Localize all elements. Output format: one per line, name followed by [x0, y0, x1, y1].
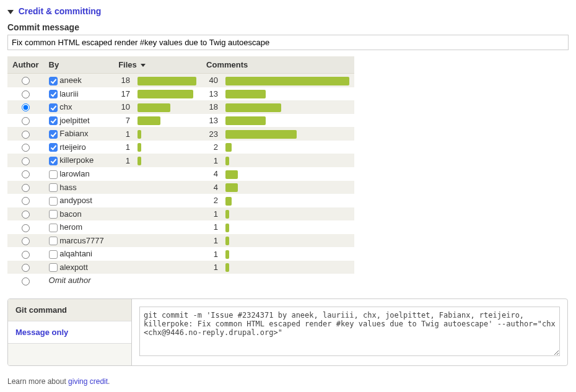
comments-bar — [225, 143, 232, 152]
comments-count: 13 — [201, 114, 220, 128]
comments-bar — [225, 170, 238, 179]
header-by: By — [44, 56, 114, 74]
git-command-panel: Git command Message only — [7, 298, 568, 366]
contributors-table: Author By Files Comments aneek1840 lauri… — [7, 56, 354, 287]
comments-count: 4 — [201, 181, 220, 194]
comments-count: 40 — [201, 74, 220, 87]
files-count: 1 — [113, 127, 133, 141]
comments-bar — [225, 183, 238, 192]
credit-checkbox[interactable] — [49, 116, 58, 125]
author-radio[interactable] — [22, 197, 30, 205]
comments-count: 2 — [201, 194, 220, 207]
tab-message-only[interactable]: Message only — [8, 321, 131, 344]
git-command-header: Git command — [8, 299, 131, 321]
credit-checkbox[interactable] — [49, 263, 58, 272]
commit-message-input[interactable] — [7, 35, 569, 50]
author-radio-omit[interactable] — [22, 277, 30, 285]
credit-checkbox[interactable] — [49, 77, 58, 85]
files-count: 17 — [113, 87, 133, 101]
table-row: alexpott1 — [7, 261, 354, 274]
comments-count: 1 — [201, 154, 220, 167]
author-radio[interactable] — [22, 251, 30, 259]
author-radio[interactable] — [22, 131, 30, 139]
credit-checkbox[interactable] — [49, 210, 58, 219]
contributor-name: aneek — [58, 76, 82, 85]
credit-checkbox[interactable] — [49, 250, 58, 259]
files-count — [113, 247, 133, 261]
files-bar — [137, 157, 141, 165]
files-count: 18 — [113, 74, 133, 87]
files-count — [113, 234, 133, 248]
sort-desc-icon — [141, 64, 146, 67]
table-row: andypost2 — [7, 194, 354, 207]
header-files[interactable]: Files — [113, 56, 201, 74]
omit-author-label: Omit author — [44, 274, 354, 287]
contributor-name: andypost — [58, 196, 92, 205]
comments-count: 1 — [201, 220, 220, 234]
chevron-down-icon — [7, 10, 14, 14]
credit-checkbox[interactable] — [49, 130, 58, 139]
author-radio[interactable] — [22, 237, 30, 245]
credit-checkbox[interactable] — [49, 143, 58, 152]
table-row: Fabianx123 — [7, 127, 354, 141]
contributor-name: herom — [58, 222, 82, 232]
author-radio[interactable] — [22, 184, 30, 192]
files-bar — [137, 90, 193, 98]
author-radio[interactable] — [22, 264, 30, 272]
credit-checkbox[interactable] — [49, 237, 58, 245]
contributor-name: chx — [58, 102, 72, 111]
comments-bar — [225, 90, 266, 98]
comments-bar — [225, 77, 349, 85]
table-row: marcus77771 — [7, 234, 354, 248]
contributor-name: alqahtani — [58, 249, 92, 258]
author-radio[interactable] — [22, 90, 30, 98]
table-row: lauriii1713 — [7, 87, 354, 101]
comments-count: 4 — [201, 167, 220, 181]
author-radio[interactable] — [22, 170, 30, 178]
comments-count: 1 — [201, 261, 220, 274]
table-row: herom1 — [7, 220, 354, 234]
header-author: Author — [7, 56, 44, 74]
author-radio[interactable] — [22, 211, 30, 219]
table-row: larowlan4 — [7, 167, 354, 181]
credit-checkbox[interactable] — [49, 224, 58, 232]
files-count — [113, 220, 133, 234]
section-title-link[interactable]: Credit & committing — [19, 6, 102, 16]
files-bar — [137, 130, 141, 139]
credit-checkbox[interactable] — [49, 90, 58, 98]
author-radio[interactable] — [22, 117, 30, 125]
comments-count: 13 — [201, 87, 220, 101]
author-radio[interactable] — [22, 157, 30, 165]
table-row: joelpittet713 — [7, 114, 354, 128]
author-radio[interactable] — [22, 144, 30, 152]
files-bar — [137, 77, 196, 85]
comments-bar — [225, 250, 229, 259]
credit-checkbox[interactable] — [49, 157, 58, 165]
table-row: hass4 — [7, 181, 354, 194]
contributor-name: joelpittet — [58, 116, 90, 125]
files-count — [113, 261, 133, 274]
contributor-name: larowlan — [58, 169, 90, 178]
credit-checkbox[interactable] — [49, 197, 58, 206]
header-files-label: Files — [118, 60, 137, 69]
contributor-name: killerpoke — [58, 155, 94, 165]
comments-bar — [225, 237, 229, 245]
comments-bar — [225, 116, 266, 125]
giving-credit-link[interactable]: giving credit — [68, 377, 108, 386]
credit-checkbox[interactable] — [49, 183, 58, 192]
author-radio[interactable] — [22, 224, 30, 232]
table-row: chx1018 — [7, 100, 354, 114]
credit-checkbox[interactable] — [49, 170, 58, 179]
comments-count: 1 — [201, 234, 220, 248]
credit-checkbox[interactable] — [49, 103, 58, 112]
files-count: 10 — [113, 100, 133, 114]
comments-count: 2 — [201, 141, 220, 154]
author-radio[interactable] — [22, 103, 30, 111]
section-header[interactable]: Credit & committing — [7, 6, 569, 16]
comments-bar — [225, 130, 297, 139]
author-radio[interactable] — [22, 77, 30, 85]
comments-count: 1 — [201, 247, 220, 261]
comments-bar — [225, 157, 229, 165]
git-command-output[interactable] — [139, 307, 560, 356]
files-count: 1 — [113, 141, 133, 154]
